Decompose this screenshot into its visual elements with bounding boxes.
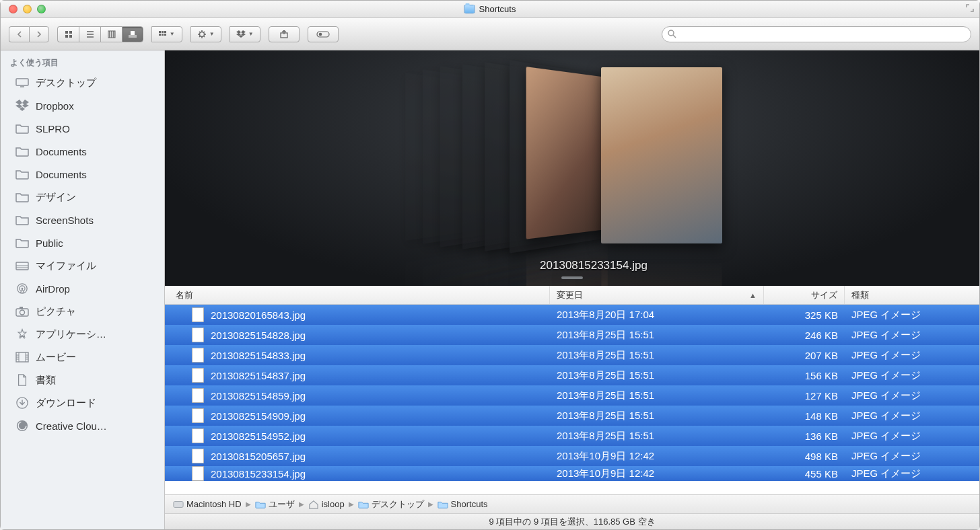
- forward-button[interactable]: [29, 26, 49, 42]
- file-size: 455 KB: [764, 468, 845, 480]
- table-row[interactable]: 20130825154909.jpg2013年8月25日 15:51148 KB…: [165, 406, 979, 426]
- svg-rect-7: [162, 31, 164, 33]
- home-icon: [308, 500, 319, 509]
- sidebar-item[interactable]: Dropbox: [1, 94, 164, 117]
- action-button[interactable]: ▼: [190, 26, 221, 42]
- coverflow-resize-handle[interactable]: [561, 276, 583, 279]
- svg-point-23: [20, 310, 25, 315]
- path-segment[interactable]: ユーザ: [255, 498, 295, 510]
- sidebar-item-label: Dropbox: [36, 100, 74, 112]
- sidebar-item-label: Public: [36, 237, 63, 249]
- tags-group: [308, 26, 339, 42]
- status-bar: 9 項目中の 9 項目を選択、116.85 GB 空き: [165, 513, 979, 529]
- sidebar-item-label: ムービー: [36, 351, 76, 364]
- column-view-button[interactable]: [100, 26, 122, 42]
- svg-rect-8: [164, 31, 166, 33]
- sidebar-item[interactable]: Public: [1, 231, 164, 254]
- file-name: 20130825154859.jpg: [211, 390, 306, 402]
- file-list[interactable]: 20130820165843.jpg2013年8月20日 17:04325 KB…: [165, 305, 979, 494]
- arrange-group: ▼: [151, 26, 182, 42]
- zoom-button[interactable]: [37, 5, 46, 13]
- file-size: 325 KB: [764, 309, 845, 321]
- fullscreen-icon[interactable]: [966, 4, 974, 14]
- window-title-text: Shortcuts: [479, 4, 516, 14]
- sidebar-item-label: 書類: [36, 374, 56, 387]
- sidebar-item[interactable]: SLPRO: [1, 117, 164, 140]
- table-row[interactable]: 20130825154859.jpg2013年8月25日 15:51127 KB…: [165, 385, 979, 406]
- table-row[interactable]: 20130825154952.jpg2013年8月25日 15:51136 KB…: [165, 426, 979, 446]
- file-size: 148 KB: [764, 410, 845, 422]
- dropbox-button[interactable]: ▼: [230, 26, 260, 42]
- titlebar[interactable]: Shortcuts: [1, 1, 979, 18]
- downloads-icon: [15, 397, 29, 409]
- path-segment[interactable]: デスクトップ: [358, 498, 424, 510]
- folder-icon: [15, 214, 29, 226]
- path-segment[interactable]: isloop: [308, 499, 345, 509]
- back-button[interactable]: [9, 26, 29, 42]
- file-kind: JPEG イメージ: [845, 309, 979, 321]
- folder-icon: [15, 122, 29, 135]
- close-button[interactable]: [9, 5, 18, 13]
- sidebar-item[interactable]: ピクチャ: [1, 300, 164, 323]
- svg-rect-17: [16, 79, 28, 85]
- svg-rect-10: [162, 34, 164, 36]
- share-button[interactable]: [269, 26, 300, 42]
- sidebar-item-label: SLPRO: [36, 123, 70, 135]
- list-header: 名前 変更日▲ サイズ 種類: [165, 286, 979, 305]
- minimize-button[interactable]: [23, 5, 32, 13]
- sidebar-item[interactable]: ダウンロード: [1, 391, 164, 414]
- svg-rect-24: [20, 307, 23, 309]
- svg-rect-6: [159, 31, 161, 33]
- sidebar-item[interactable]: アプリケーシ…: [1, 323, 164, 346]
- file-size: 136 KB: [764, 430, 845, 442]
- tags-button[interactable]: [308, 26, 339, 42]
- table-row[interactable]: 20130820165843.jpg2013年8月20日 17:04325 KB…: [165, 305, 979, 325]
- path-label: Macintosh HD: [186, 499, 242, 509]
- column-header-name[interactable]: 名前: [165, 286, 550, 304]
- table-row[interactable]: 20130825154828.jpg2013年8月25日 15:51246 KB…: [165, 325, 979, 345]
- sidebar-item[interactable]: Documents: [1, 140, 164, 163]
- sidebar-item[interactable]: マイファイル: [1, 254, 164, 277]
- sidebar-item[interactable]: デザイン: [1, 186, 164, 209]
- sidebar-item-label: AirDrop: [36, 283, 70, 295]
- table-row[interactable]: 20130815205657.jpg2013年10月9日 12:42498 KB…: [165, 446, 979, 466]
- file-date: 2013年10月9日 12:42: [550, 467, 764, 480]
- file-thumbnail-icon: [192, 466, 204, 481]
- sidebar-item[interactable]: ScreenShots: [1, 209, 164, 231]
- column-header-date[interactable]: 変更日▲: [550, 286, 764, 304]
- table-row[interactable]: 20130815233154.jpg2013年10月9日 12:42455 KB…: [165, 466, 979, 481]
- sidebar-item[interactable]: 書類: [1, 369, 164, 391]
- table-row[interactable]: 20130825154833.jpg2013年8月25日 15:51207 KB…: [165, 345, 979, 365]
- sidebar-item-label: Creative Clou…: [36, 420, 107, 432]
- coverflow-item-selected[interactable]: [601, 67, 722, 243]
- sidebar-item[interactable]: AirDrop: [1, 277, 164, 300]
- sidebar-item[interactable]: デスクトップ: [1, 71, 164, 94]
- view-mode-group: [57, 26, 143, 42]
- search-field[interactable]: [662, 26, 971, 42]
- sidebar-item[interactable]: Creative Clou…: [1, 414, 164, 437]
- sidebar-item[interactable]: ムービー: [1, 346, 164, 369]
- dropbox-icon: [15, 100, 29, 112]
- airdrop-icon: [15, 282, 29, 295]
- column-header-kind[interactable]: 種類: [845, 286, 979, 304]
- path-bar[interactable]: Macintosh HD▶ユーザ▶isloop▶デスクトップ▶Shortcuts: [165, 494, 979, 513]
- folder-icon: [15, 191, 29, 203]
- sidebar-section-favorites: よく使う項目: [1, 54, 164, 71]
- chevron-right-icon: ▶: [428, 500, 433, 508]
- path-segment[interactable]: Shortcuts: [438, 499, 488, 509]
- folder-icon: [464, 5, 475, 13]
- path-segment[interactable]: Macintosh HD: [173, 499, 242, 509]
- file-kind: JPEG イメージ: [845, 389, 979, 402]
- file-name: 20130825154833.jpg: [211, 350, 306, 361]
- icon-view-button[interactable]: [57, 26, 79, 42]
- arrange-button[interactable]: ▼: [151, 26, 182, 42]
- svg-rect-29: [174, 501, 183, 507]
- coverflow-area[interactable]: 20130815233154.jpg: [165, 50, 979, 286]
- sidebar-item[interactable]: Documents: [1, 163, 164, 186]
- coverflow-item[interactable]: [526, 67, 608, 239]
- list-view-button[interactable]: [79, 26, 100, 42]
- coverflow-view-button[interactable]: [122, 26, 143, 42]
- column-header-size[interactable]: サイズ: [764, 286, 845, 304]
- table-row[interactable]: 20130825154837.jpg2013年8月25日 15:51156 KB…: [165, 365, 979, 385]
- chevron-right-icon: ▶: [299, 500, 304, 508]
